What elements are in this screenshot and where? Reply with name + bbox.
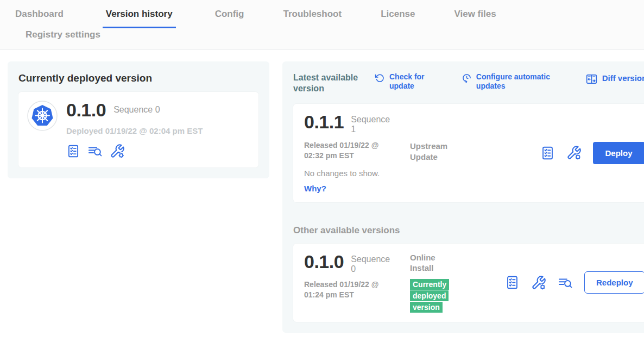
preflight-checks-icon[interactable] — [505, 275, 520, 290]
preflight-checks-icon[interactable] — [66, 144, 80, 158]
current-version-details: 0.1.0 Sequence 0 Deployed 01/19/22 @ 02:… — [66, 101, 203, 159]
preflight-checks-icon[interactable] — [540, 146, 555, 160]
latest-source-column: Upstream Update — [410, 113, 505, 194]
tab-version-history[interactable]: Version history — [103, 9, 176, 28]
no-changes-note: No changes to show. — [304, 169, 410, 178]
tab-config[interactable]: Config — [215, 9, 244, 27]
latest-sequence-label: Sequence 1 — [351, 115, 393, 135]
other-card-actions: Redeploy — [505, 271, 644, 294]
latest-panel-header: Latest available version Check for updat… — [293, 72, 644, 94]
deploy-button[interactable]: Deploy — [593, 142, 644, 164]
online-install-label: Online Install — [410, 252, 460, 274]
diff-versions-link[interactable]: Diff versions — [585, 72, 644, 91]
config-wrench-icon[interactable] — [531, 275, 546, 290]
refresh-arrow-icon — [375, 72, 385, 91]
current-version-actions — [66, 144, 203, 159]
tab-license[interactable]: License — [381, 9, 415, 27]
other-sequence-label: Sequence 0 — [351, 254, 393, 275]
latest-available-panel: Latest available version Check for updat… — [282, 61, 644, 333]
other-version-details: 0.1.0 Sequence 0 Released 01/19/22 @ 01:… — [304, 252, 410, 313]
tab-view-files[interactable]: View files — [454, 9, 496, 27]
deploy-logs-icon[interactable] — [558, 275, 573, 290]
check-for-update-link[interactable]: Check for update — [375, 72, 428, 91]
tab-troubleshoot[interactable]: Troubleshoot — [283, 9, 342, 27]
kubernetes-logo-icon — [27, 101, 58, 131]
other-version-number: 0.1.0 — [304, 252, 344, 275]
currently-deployed-badge: Currently deployed version — [410, 279, 449, 313]
why-link[interactable]: Why? — [304, 184, 326, 193]
schedule-update-icon — [462, 72, 472, 91]
currently-deployed-panel: Currently deployed version 0.1.0 Sequenc… — [8, 61, 269, 178]
config-wrench-icon[interactable] — [110, 144, 125, 159]
deploy-logs-icon[interactable] — [87, 144, 103, 159]
upstream-update-label: Upstream Update — [410, 141, 460, 162]
main-content: Currently deployed version 0.1.0 Sequenc… — [0, 49, 644, 345]
nav-row-primary: Dashboard Version history Config Trouble… — [15, 9, 644, 28]
current-sequence-label: Sequence 0 — [113, 105, 160, 115]
redeploy-button[interactable]: Redeploy — [584, 271, 644, 294]
currently-deployed-badge-wrap: Currently deployed version — [410, 279, 454, 313]
current-version-card: 0.1.0 Sequence 0 Deployed 01/19/22 @ 02:… — [18, 92, 258, 167]
latest-released-timestamp: Released 01/19/22 @ 02:32 pm EST — [304, 140, 399, 161]
latest-version-details: 0.1.1 Sequence 1 Released 01/19/22 @ 02:… — [304, 113, 410, 194]
latest-available-title: Latest available version — [293, 72, 375, 94]
latest-version-card: 0.1.1 Sequence 1 Released 01/19/22 @ 02:… — [293, 104, 644, 202]
currently-deployed-title: Currently deployed version — [18, 72, 258, 84]
latest-version-number: 0.1.1 — [304, 113, 344, 135]
other-source-column: Online Install Currently deployed versio… — [410, 252, 505, 313]
diff-columns-icon — [585, 72, 598, 91]
tab-registry-settings[interactable]: Registry settings — [26, 29, 100, 40]
other-available-versions-title: Other available versions — [293, 225, 644, 236]
latest-panel-actions: Check for update Configure automatic upd… — [375, 72, 644, 91]
nav-row-secondary: Registry settings — [15, 28, 644, 49]
deployed-timestamp: Deployed 01/19/22 @ 02:04 pm EST — [66, 126, 203, 135]
latest-card-actions: Deploy — [540, 142, 644, 164]
config-wrench-icon[interactable] — [566, 145, 582, 160]
other-version-card: 0.1.0 Sequence 0 Released 01/19/22 @ 01:… — [293, 244, 644, 322]
current-version-number: 0.1.0 — [66, 101, 106, 119]
top-navigation: Dashboard Version history Config Trouble… — [0, 0, 644, 49]
other-released-timestamp: Released 01/19/22 @ 01:24 pm EST — [304, 279, 399, 300]
tab-dashboard[interactable]: Dashboard — [15, 9, 64, 27]
configure-automatic-updates-link[interactable]: Configure automatic updates — [462, 72, 552, 91]
